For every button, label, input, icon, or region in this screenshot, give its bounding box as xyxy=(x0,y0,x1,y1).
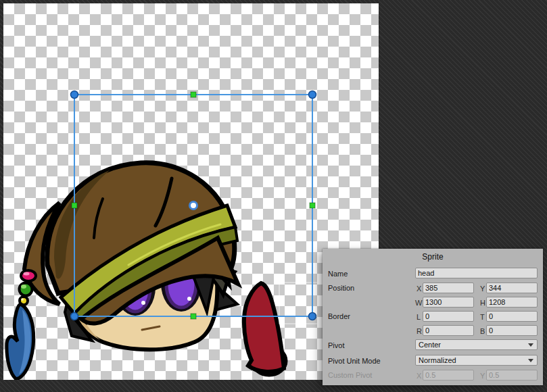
sprite-editor-window: Sprite Name Position X Y W H Border L T … xyxy=(0,0,547,392)
border-t-input[interactable] xyxy=(486,311,538,322)
position-x-prefix: X xyxy=(417,285,421,293)
pivot-unit-mode-dropdown[interactable]: Normalized xyxy=(415,355,538,366)
selection-handle-top-right[interactable] xyxy=(309,91,316,99)
border-r-prefix: R xyxy=(417,327,422,335)
pivot-dropdown[interactable]: Center xyxy=(415,339,538,350)
border-b-prefix: B xyxy=(480,327,485,335)
sprite-panel: Sprite Name Position X Y W H Border L T … xyxy=(323,249,543,385)
border-l-prefix: L xyxy=(417,313,421,321)
position-x-input[interactable] xyxy=(423,283,474,293)
pivot-dropdown-value: Center xyxy=(419,341,441,349)
selection-handle-left-mid[interactable] xyxy=(72,203,77,208)
border-r-input[interactable] xyxy=(423,325,474,336)
position-w-input[interactable] xyxy=(423,297,474,308)
bead-charm xyxy=(7,270,36,379)
position-y-prefix: Y xyxy=(480,285,485,293)
custom-pivot-x-prefix: X xyxy=(417,372,421,380)
pivot-unit-mode-label: Pivot Unit Mode xyxy=(328,357,381,365)
position-h-prefix: H xyxy=(480,299,485,307)
pivot-unit-mode-dropdown-value: Normalized xyxy=(419,356,456,364)
name-input[interactable] xyxy=(415,268,538,278)
border-b-input[interactable] xyxy=(486,325,538,336)
custom-pivot-label: Custom Pivot xyxy=(328,371,372,379)
position-label: Position xyxy=(328,284,354,292)
chevron-down-icon xyxy=(528,343,533,347)
border-t-prefix: T xyxy=(480,313,485,321)
border-l-input[interactable] xyxy=(423,311,474,322)
selection-handle-bottom-mid[interactable] xyxy=(191,314,196,319)
position-w-prefix: W xyxy=(415,299,422,307)
custom-pivot-y-prefix: Y xyxy=(480,372,485,380)
character-head-sprite[interactable] xyxy=(7,163,238,379)
name-label: Name xyxy=(328,270,348,278)
selection-handle-bottom-right[interactable] xyxy=(309,313,316,320)
position-h-input[interactable] xyxy=(486,297,538,308)
selection-handle-top-left[interactable] xyxy=(71,91,78,99)
selection-handle-bottom-left[interactable] xyxy=(71,313,78,320)
custom-pivot-x-input xyxy=(423,370,474,381)
pivot-handle[interactable] xyxy=(190,202,197,210)
custom-pivot-y-input xyxy=(486,370,538,381)
border-label: Border xyxy=(328,312,350,320)
sleeve xyxy=(244,283,284,372)
panel-title: Sprite xyxy=(323,252,543,262)
selection-handle-top-mid[interactable] xyxy=(191,92,196,97)
selection-handle-right-mid[interactable] xyxy=(310,203,315,208)
pivot-label: Pivot xyxy=(328,341,344,349)
position-y-input[interactable] xyxy=(486,283,538,293)
chevron-down-icon xyxy=(528,359,533,362)
